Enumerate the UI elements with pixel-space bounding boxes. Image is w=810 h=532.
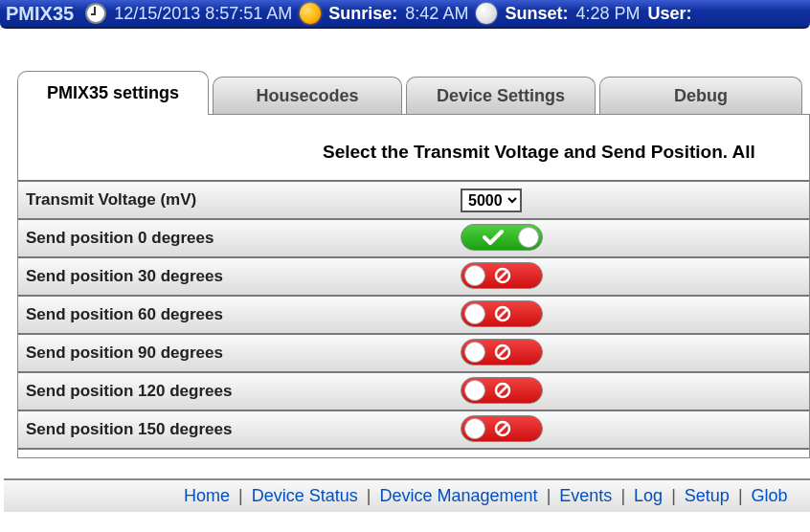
svg-line-5 xyxy=(498,347,507,357)
toggle-knob xyxy=(464,380,485,401)
footer-link-glob[interactable]: Glob xyxy=(752,486,788,505)
position-label: Send position 30 degrees xyxy=(18,257,459,296)
tab-container: PMIX35 settings Housecodes Device Settin… xyxy=(17,71,810,458)
toggle-knob xyxy=(464,265,485,286)
toggle-knob xyxy=(464,418,485,439)
toggle-position-30[interactable] xyxy=(461,262,543,289)
no-icon xyxy=(494,382,511,399)
tab-label: PMIX35 settings xyxy=(47,83,179,103)
position-label: Send position 150 degrees xyxy=(18,410,459,449)
separator: | xyxy=(238,486,243,505)
separator: | xyxy=(367,486,371,505)
setting-row-position-0: Send position 0 degrees xyxy=(18,219,809,257)
toggle-position-120[interactable] xyxy=(461,377,543,404)
footer-nav: Home | Device Status | Device Management… xyxy=(4,478,810,512)
position-label: Send position 0 degrees xyxy=(18,219,459,257)
voltage-select[interactable]: 5000 xyxy=(461,188,522,212)
setting-row-position-150: Send position 150 degrees xyxy=(18,410,809,449)
setting-row-position-60: Send position 60 degrees xyxy=(18,296,809,334)
app-title: PMIX35 xyxy=(6,3,74,25)
setting-row-voltage: Transmit Voltage (mV) 5000 xyxy=(18,181,809,219)
tab-device-settings[interactable]: Device Settings xyxy=(406,77,596,115)
toggle-knob xyxy=(464,303,485,324)
position-label: Send position 90 degrees xyxy=(18,334,459,372)
footer-link-setup[interactable]: Setup xyxy=(685,486,730,505)
tab-debug[interactable]: Debug xyxy=(599,77,802,115)
separator: | xyxy=(620,486,625,505)
toggle-knob xyxy=(464,342,485,363)
position-label: Send position 120 degrees xyxy=(18,372,459,410)
tab-label: Housecodes xyxy=(256,86,358,106)
footer-link-device-management[interactable]: Device Management xyxy=(380,486,538,505)
setting-row-position-120: Send position 120 degrees xyxy=(18,372,809,410)
tab-housecodes[interactable]: Housecodes xyxy=(213,77,402,115)
sunset-label: Sunset: xyxy=(505,4,568,24)
toggle-position-150[interactable] xyxy=(461,415,543,442)
instruction-text: Select the Transmit Voltage and Send Pos… xyxy=(18,142,809,180)
footer-link-home[interactable]: Home xyxy=(184,486,230,505)
sunrise-label: Sunrise: xyxy=(328,4,397,24)
sun-icon xyxy=(300,3,321,24)
no-icon xyxy=(494,344,511,361)
sunset-value: 4:28 PM xyxy=(575,4,640,24)
tab-pmix35-settings[interactable]: PMIX35 settings xyxy=(17,71,209,115)
no-icon xyxy=(494,420,511,437)
separator: | xyxy=(671,486,676,505)
top-header-bar: PMIX35 12/15/2013 8:57:51 AM Sunrise: 8:… xyxy=(0,0,810,29)
setting-row-position-90: Send position 90 degrees xyxy=(18,334,809,372)
tab-label: Debug xyxy=(674,86,728,106)
svg-line-1 xyxy=(498,271,507,280)
voltage-label: Transmit Voltage (mV) xyxy=(18,181,459,219)
moon-icon xyxy=(476,3,497,24)
footer-link-events[interactable]: Events xyxy=(559,486,612,505)
check-icon xyxy=(483,229,504,246)
separator: | xyxy=(547,486,551,505)
svg-line-7 xyxy=(498,386,507,395)
user-label: User: xyxy=(647,4,691,24)
footer-link-device-status[interactable]: Device Status xyxy=(252,486,358,505)
tab-panel: Select the Transmit Voltage and Send Pos… xyxy=(17,114,810,458)
toggle-position-0[interactable] xyxy=(461,224,543,251)
no-icon xyxy=(494,305,511,322)
datetime-text: 12/15/2013 8:57:51 AM xyxy=(114,4,292,24)
svg-line-9 xyxy=(498,424,507,433)
toggle-position-90[interactable] xyxy=(461,339,543,366)
clock-icon xyxy=(85,3,106,24)
no-icon xyxy=(494,267,511,284)
position-label: Send position 60 degrees xyxy=(18,296,459,334)
sunrise-value: 8:42 AM xyxy=(405,4,468,24)
toggle-knob xyxy=(518,227,539,248)
settings-table: Transmit Voltage (mV) 5000 Send position… xyxy=(18,180,809,450)
setting-row-position-30: Send position 30 degrees xyxy=(18,257,809,296)
tab-row: PMIX35 settings Housecodes Device Settin… xyxy=(17,71,810,115)
toggle-position-60[interactable] xyxy=(461,300,543,327)
svg-line-3 xyxy=(498,309,507,319)
tab-label: Device Settings xyxy=(437,86,565,106)
separator: | xyxy=(738,486,743,505)
footer-link-log[interactable]: Log xyxy=(634,486,663,505)
